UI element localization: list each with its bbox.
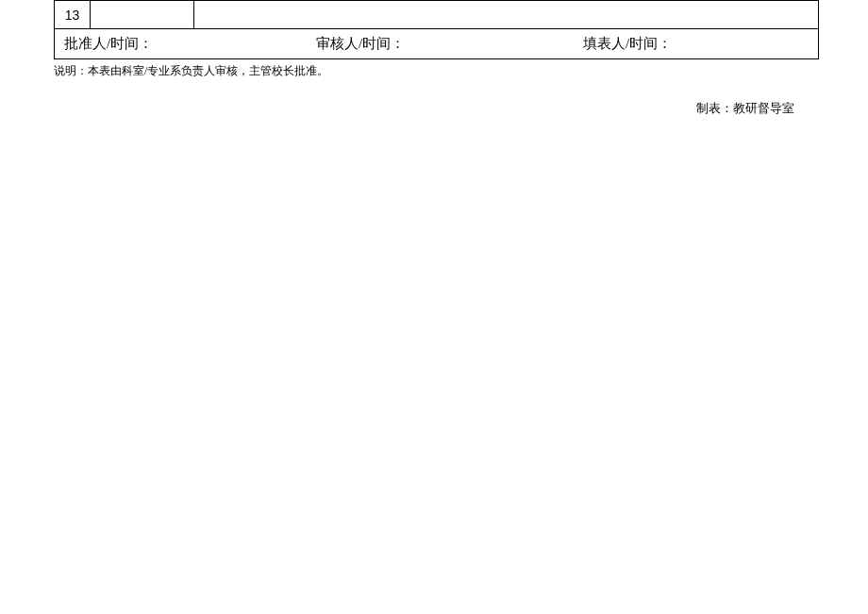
note-text: 说明：本表由科室/专业系负责人审核，主管校长批准。: [54, 63, 868, 79]
empty-cell-1: [91, 1, 194, 29]
signature-row: 批准人/时间： 审核人/时间： 填表人/时间：: [55, 29, 819, 59]
preparer-label: 填表人/时间：: [583, 36, 672, 51]
footer-text: 制表：教研督导室: [0, 100, 794, 117]
approver-label: 批准人/时间：: [64, 36, 153, 51]
table-row: 13: [55, 1, 819, 29]
signature-cell: 批准人/时间： 审核人/时间： 填表人/时间：: [55, 29, 819, 59]
form-table: 13 批准人/时间： 审核人/时间： 填表人/时间：: [54, 0, 819, 59]
row-number-cell: 13: [55, 1, 91, 29]
reviewer-label: 审核人/时间：: [316, 36, 405, 51]
empty-cell-2: [194, 1, 819, 29]
